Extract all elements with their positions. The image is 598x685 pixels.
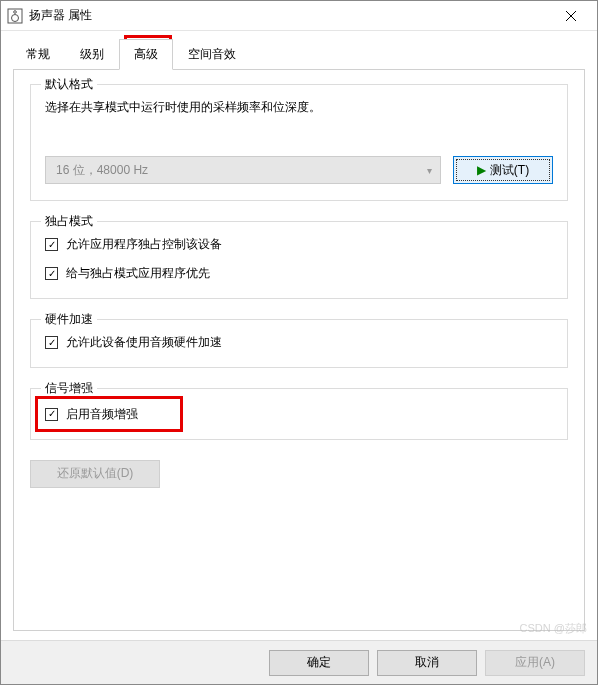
format-combobox-value: 16 位，48000 Hz	[56, 162, 148, 179]
checkbox-hardware[interactable]: ✓	[45, 336, 58, 349]
advanced-panel: 默认格式 选择在共享模式中运行时使用的采样频率和位深度。 16 位，48000 …	[13, 69, 585, 631]
restore-defaults-label: 还原默认值(D)	[57, 465, 134, 482]
group-exclusive-mode: 独占模式 ✓ 允许应用程序独占控制该设备 ✓ 给与独占模式应用程序优先	[30, 221, 568, 299]
tab-levels[interactable]: 级别	[65, 39, 119, 70]
test-button[interactable]: ▶ 测试(T)	[453, 156, 553, 184]
tab-advanced[interactable]: 高级	[119, 39, 173, 70]
checkbox-allow-exclusive[interactable]: ✓	[45, 238, 58, 251]
group-signal-enhance: 信号增强 ✓ 启用音频增强	[30, 388, 568, 440]
group-default-format: 默认格式 选择在共享模式中运行时使用的采样频率和位深度。 16 位，48000 …	[30, 84, 568, 201]
svg-point-2	[14, 10, 17, 13]
group-hardware-accel: 硬件加速 ✓ 允许此设备使用音频硬件加速	[30, 319, 568, 368]
restore-defaults-button[interactable]: 还原默认值(D)	[30, 460, 160, 488]
tab-general[interactable]: 常规	[11, 39, 65, 70]
format-combobox[interactable]: 16 位，48000 Hz ▾	[45, 156, 441, 184]
apply-button-label: 应用(A)	[515, 654, 555, 671]
close-button[interactable]	[551, 2, 591, 30]
checkbox-label-enhance: 启用音频增强	[66, 406, 138, 423]
checkbox-label-priority: 给与独占模式应用程序优先	[66, 265, 210, 282]
checkbox-row-hardware: ✓ 允许此设备使用音频硬件加速	[45, 334, 553, 351]
checkbox-label-allow-exclusive: 允许应用程序独占控制该设备	[66, 236, 222, 253]
properties-dialog: 扬声器 属性 常规 级别 高级 空间音效 默认格式 选择在共享模式中运行时使用的…	[0, 0, 598, 685]
window-title: 扬声器 属性	[29, 7, 92, 24]
group-title-exclusive: 独占模式	[41, 213, 97, 230]
test-button-label: 测试(T)	[490, 162, 529, 179]
group-title-default-format: 默认格式	[41, 76, 97, 93]
group-title-hardware: 硬件加速	[41, 311, 97, 328]
format-row: 16 位，48000 Hz ▾ ▶ 测试(T)	[45, 156, 553, 184]
ok-button-label: 确定	[307, 654, 331, 671]
chevron-down-icon: ▾	[427, 165, 432, 176]
tab-strip: 常规 级别 高级 空间音效	[1, 31, 597, 70]
tab-spatial[interactable]: 空间音效	[173, 39, 251, 70]
checkbox-priority[interactable]: ✓	[45, 267, 58, 280]
apply-button[interactable]: 应用(A)	[485, 650, 585, 676]
svg-point-1	[12, 14, 19, 21]
checkbox-label-hardware: 允许此设备使用音频硬件加速	[66, 334, 222, 351]
ok-button[interactable]: 确定	[269, 650, 369, 676]
cancel-button[interactable]: 取消	[377, 650, 477, 676]
dialog-button-bar: 确定 取消 应用(A)	[1, 640, 597, 684]
close-icon	[566, 11, 576, 21]
checkbox-row-enhance: ✓ 启用音频增强	[45, 406, 138, 423]
speaker-icon	[7, 8, 23, 24]
default-format-description: 选择在共享模式中运行时使用的采样频率和位深度。	[45, 99, 553, 116]
titlebar: 扬声器 属性	[1, 1, 597, 31]
checkbox-row-priority: ✓ 给与独占模式应用程序优先	[45, 265, 553, 282]
play-icon: ▶	[477, 163, 486, 177]
enhance-wrap: ✓ 启用音频增强	[45, 406, 138, 423]
group-title-enhance: 信号增强	[41, 380, 97, 397]
checkbox-row-allow-exclusive: ✓ 允许应用程序独占控制该设备	[45, 236, 553, 253]
checkbox-enhance[interactable]: ✓	[45, 408, 58, 421]
cancel-button-label: 取消	[415, 654, 439, 671]
